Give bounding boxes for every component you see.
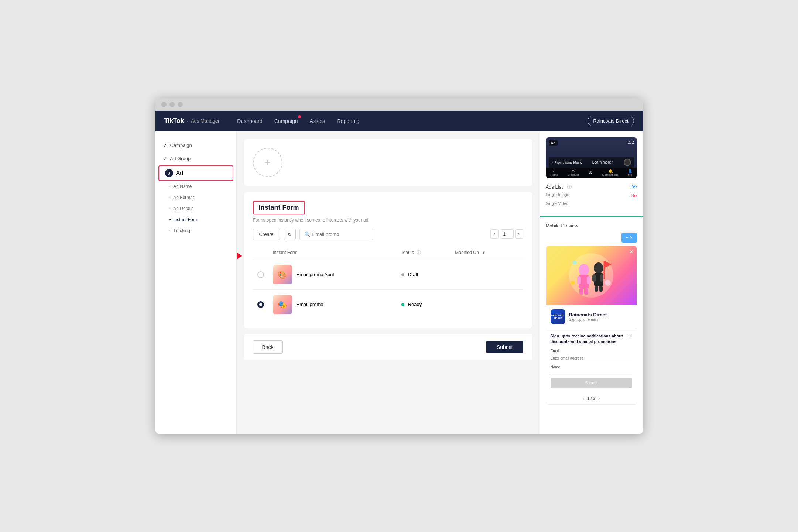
preview-illustration-svg (565, 250, 617, 301)
sidebar-sub-item-instant-form[interactable]: Instant Form (155, 214, 236, 225)
check-icon-ad-group: ✓ (163, 156, 167, 162)
sidebar-item-campaign[interactable]: ✓ Campaign (155, 139, 236, 152)
ads-list-area: Ads List ⓘ Single Image Single Video 👁 D… (546, 184, 637, 210)
col-name-header: Instant Form (268, 246, 397, 260)
logo-sub: Ads Manager (191, 118, 219, 124)
thumb-inner-row1: 🎨 (273, 265, 292, 284)
svg-point-17 (571, 281, 575, 285)
brand-info: Raincoats Direct Sign up for emails! (569, 312, 607, 322)
nav-me-icon: 👤 Me (628, 169, 632, 176)
bottom-bar: Back Submit (244, 334, 532, 360)
ads-list-info-icon: ⓘ (567, 184, 572, 190)
email-preview-input[interactable] (551, 355, 632, 362)
status-info-icon: ⓘ (417, 250, 421, 255)
svg-point-9 (594, 262, 603, 274)
nav-account[interactable]: Raincoats Direct (588, 116, 634, 126)
delete-btn[interactable]: De (631, 193, 637, 198)
sidebar-item-ad-group[interactable]: ✓ Ad Group (155, 152, 236, 165)
search-input[interactable] (312, 231, 369, 237)
sidebar-item-ad[interactable]: 3 Ad (158, 165, 233, 181)
sidebar-sub-item-ad-details[interactable]: Ad Details (155, 203, 236, 214)
email-field-label: Email (551, 349, 632, 353)
preview-form-heading: Sign up to receive notifications about d… (551, 333, 629, 345)
status-label-row1: Draft (408, 272, 418, 277)
main-layout: ✓ Campaign ✓ Ad Group 3 Ad Ad Name Ad Fo… (155, 131, 643, 434)
thumb-inner-row2: 🎭 (273, 295, 292, 314)
table-row: 🎭 Email promo Ready (253, 289, 523, 319)
prev-preview-btn[interactable]: ‹ (583, 395, 585, 401)
status-label-row2: Ready (408, 302, 422, 307)
submit-button[interactable]: Submit (486, 341, 523, 353)
svg-rect-5 (577, 276, 581, 284)
form-thumb-row1: 🎨 (273, 265, 292, 284)
svg-point-0 (569, 253, 613, 298)
brand-tagline: Sign up for emails! (569, 318, 607, 322)
back-button[interactable]: Back (253, 340, 283, 354)
music-title: Promotional Music (555, 161, 582, 164)
top-nav: TikTok · Ads Manager Dashboard Campaign … (155, 111, 643, 131)
form-name-cell-row2: 🎭 Email promo (273, 295, 393, 314)
preview-submit-btn[interactable]: Submit (551, 378, 632, 388)
svg-rect-11 (592, 274, 596, 282)
next-page-btn[interactable]: › (515, 229, 523, 239)
instant-form-table: Instant Form Status ⓘ Modified On ▼ (253, 246, 523, 319)
sidebar-sub-item-tracking[interactable]: Tracking (155, 225, 236, 236)
nav-assets[interactable]: Assets (310, 117, 325, 126)
status-dot-row2 (401, 303, 404, 306)
sort-icon[interactable]: ▼ (482, 250, 486, 255)
sidebar-sub-item-ad-format[interactable]: Ad Format (155, 192, 236, 203)
next-preview-btn[interactable]: › (598, 395, 600, 401)
refresh-button[interactable]: ↻ (284, 229, 296, 240)
content-area: + Instant Form Forms open instantly when… (237, 131, 540, 434)
sidebar-label-ad-group: Ad Group (170, 156, 191, 161)
upload-plus-icon: + (264, 157, 270, 168)
modified-row1 (451, 260, 523, 289)
create-button[interactable]: Create (253, 229, 280, 240)
browser-chrome (155, 98, 643, 111)
right-panel: Ad 232 ♪ Promotional Music Learn more › (540, 131, 643, 434)
check-icon-campaign: ✓ (163, 143, 167, 148)
browser-window: TikTok · Ads Manager Dashboard Campaign … (155, 98, 643, 434)
prev-page-btn[interactable]: ‹ (490, 229, 499, 239)
browser-dot-2 (169, 102, 175, 107)
learn-more-link[interactable]: Learn more › (592, 160, 613, 164)
ads-list-sub2: Single Video (546, 201, 572, 206)
col-status-header: Status ⓘ (397, 246, 451, 260)
close-icon[interactable]: ✕ (629, 249, 634, 255)
page-select[interactable]: 1 (500, 229, 514, 239)
ads-list-sub: Single Image (546, 192, 572, 197)
upload-section: + (244, 139, 532, 186)
name-preview-input (551, 371, 632, 374)
svg-point-16 (605, 280, 611, 286)
ads-list-label: Ads List (546, 184, 563, 190)
svg-rect-14 (599, 286, 603, 292)
preview-pagination: ‹ 1 / 2 › (546, 392, 637, 404)
browser-dot-3 (178, 102, 183, 107)
upload-circle[interactable]: + (253, 148, 282, 177)
svg-rect-13 (595, 286, 598, 292)
music-text: ♪ Promotional Music (552, 161, 582, 164)
nav-campaign[interactable]: Campaign (274, 117, 298, 126)
nav-reporting[interactable]: Reporting (337, 117, 360, 126)
browser-dot-1 (161, 102, 167, 107)
ad-time: 232 (628, 140, 634, 144)
instant-form-header: Instant Form (253, 201, 523, 214)
form-name-row1: Email promo April (297, 272, 334, 277)
brand-logo: RAINCOATS DIRECT (551, 309, 565, 324)
ad-preview-mini: Ad 232 ♪ Promotional Music Learn more › (546, 137, 637, 178)
instant-form-description: Forms open instantly when someone intera… (253, 217, 523, 223)
name-field-label: Name (551, 365, 632, 369)
nav-dashboard[interactable]: Dashboard (237, 117, 263, 126)
preview-brand-section: RAINCOATS DIRECT Raincoats Direct Sign u… (546, 305, 637, 329)
radio-btn-row2[interactable] (257, 301, 264, 308)
brand-name: Raincoats Direct (569, 312, 607, 318)
tiktok-nav-bar: ⌂ Home ⊙ Discover ⊕ 🔔 (546, 168, 637, 178)
eye-preview-btn[interactable]: 👁 (631, 184, 637, 191)
form-thumb-row2: 🎭 (273, 295, 292, 314)
sidebar-sub-item-ad-name[interactable]: Ad Name (155, 181, 236, 192)
svg-point-3 (579, 264, 589, 276)
svg-rect-7 (579, 289, 583, 295)
add-ad-button[interactable]: + A (621, 233, 637, 243)
sidebar-label-ad: Ad (176, 170, 184, 176)
radio-btn-row1[interactable] (257, 271, 264, 278)
